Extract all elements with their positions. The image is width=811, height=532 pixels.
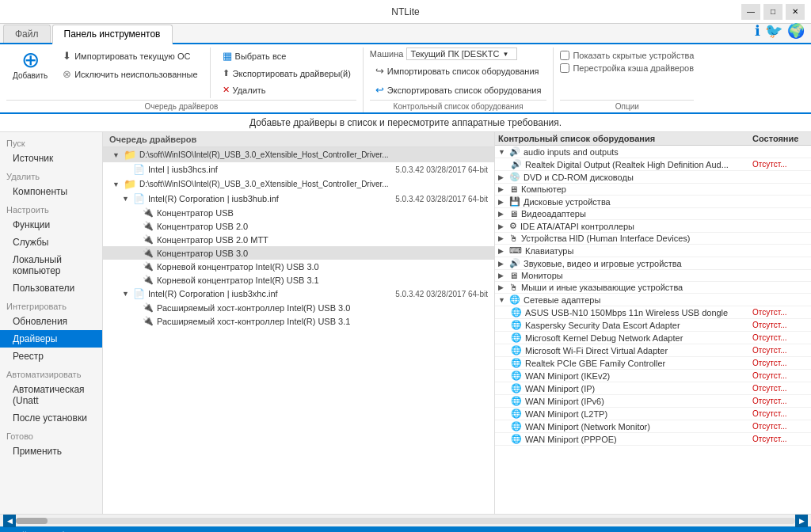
sidebar-item-apply[interactable]: Применить xyxy=(0,443,102,460)
expand-icon[interactable]: ▶ xyxy=(498,222,506,230)
expand-icon[interactable]: ▶ xyxy=(498,247,506,255)
hw-row[interactable]: ▶ ⌨ Клавиатуры xyxy=(495,245,811,257)
tab-bar: Файл Панель инструментов ℹ 🐦 🌍 xyxy=(0,24,811,44)
export-drivers-button[interactable]: ⬆ Экспортировать драйверы(й) xyxy=(217,66,356,81)
tree-row[interactable]: ▼ 📁 D:\soft\WinISO\Intel(R)_USB_3.0_eXte… xyxy=(103,177,494,192)
tree-row[interactable]: 🔌 Расширяемый хост-контроллер Intel(R) U… xyxy=(103,314,494,328)
tree-row[interactable]: 🔌 Корневой концентратор Intel(R) USB 3.1 xyxy=(103,273,494,287)
hw-row[interactable]: ▶ 💿 DVD и CD-ROM дисководы xyxy=(495,171,811,184)
scrollbar-track[interactable] xyxy=(16,518,795,524)
add-button[interactable]: ⊕ Добавить xyxy=(6,48,54,82)
hw-row[interactable]: 🌐Kaspersky Security Data Escort Adapter … xyxy=(495,319,811,332)
expand-icon[interactable]: ▼ xyxy=(498,148,506,156)
file-icon: 📄 xyxy=(133,288,145,299)
globe-icon[interactable]: 🌍 xyxy=(787,22,805,40)
twitter-icon[interactable]: 🐦 xyxy=(765,22,782,40)
delete-button[interactable]: ✕ Удалить xyxy=(217,82,356,97)
tree-row[interactable]: 🔌 Корневой концентратор Intel(R) USB 3.0 xyxy=(103,260,494,273)
tree-row[interactable]: 🔌 Расширяемый хост-контроллер Intel(R) U… xyxy=(103,301,494,314)
sidebar-item-drivers[interactable]: Драйверы xyxy=(0,330,102,348)
sidebar-item-unattended[interactable]: Автоматическая (Unatt xyxy=(0,381,102,409)
info-icon[interactable]: ℹ xyxy=(755,22,760,40)
tree-row[interactable]: 🔌 Концентратор USB 3.0 xyxy=(103,246,494,260)
hw-row[interactable]: ▶ ⚙ IDE ATA/ATAPI контроллеры xyxy=(495,220,811,233)
hw-row[interactable]: 🌐Realtek PCIe GBE Family Controller Отсу… xyxy=(495,357,811,370)
hw-row[interactable]: ▼ 🔊 audio inputs and outputs xyxy=(495,146,811,158)
hw-row[interactable]: ▼ 🌐 Сетевые адаптеры xyxy=(495,294,811,306)
expand-icon[interactable]: ▼ xyxy=(122,195,130,203)
hw-row[interactable]: 🌐WAN Miniport (IP) Отсутст... xyxy=(495,382,811,395)
import-list-button[interactable]: ↪ Импортировать список оборудования xyxy=(370,63,547,79)
maximize-button[interactable]: □ xyxy=(763,4,782,20)
scroll-right-button[interactable]: ▶ xyxy=(795,515,808,527)
expand-icon[interactable]: ▼ xyxy=(112,180,120,188)
usb-icon: 🔌 xyxy=(143,316,154,326)
minimize-button[interactable]: — xyxy=(741,4,760,20)
sidebar-item-registry[interactable]: Реестр xyxy=(0,348,102,365)
hw-row[interactable]: 🌐Microsoft Kernel Debug Network Adapter … xyxy=(495,332,811,344)
expand-icon[interactable]: ▶ xyxy=(498,260,506,268)
expand-icon[interactable]: ▼ xyxy=(112,151,120,159)
select-all-button[interactable]: ▦ Выбрать все xyxy=(217,48,356,64)
tree-row[interactable]: 🔌 Концентратор USB 2.0 MTT xyxy=(103,233,494,246)
device-icon: 🔊 xyxy=(509,146,520,157)
machine-label: Машина xyxy=(370,49,404,59)
rebuild-cache-checkbox[interactable] xyxy=(560,63,569,73)
export-list-button[interactable]: ↩ Экспортировать список оборудования xyxy=(370,82,547,98)
hw-row[interactable]: ▶ 🖥 Видеоадаптеры xyxy=(495,208,811,220)
expand-icon[interactable]: ▶ xyxy=(498,234,506,242)
expand-icon[interactable]: ▶ xyxy=(498,210,506,218)
tree-row[interactable]: ▼ 📄 Intel(R) Corporation | iusb3hub.inf … xyxy=(103,192,494,206)
tree-row[interactable]: 📄 Intel | iusb3hcs.inf 5.0.3.42 03/28/20… xyxy=(103,162,494,177)
tree-row[interactable]: ▼ 📄 Intel(R) Corporation | iusb3xhc.inf … xyxy=(103,287,494,301)
hw-row[interactable]: ▶ 🖱 Мыши и иные указывающие устройства xyxy=(495,282,811,294)
hw-row[interactable]: ▶ 💾 Дисковые устройства xyxy=(495,196,811,208)
import-os-button[interactable]: ⬇ Импортировать текущую ОС xyxy=(57,48,203,64)
hw-row[interactable]: 🌐WAN Miniport (L2TP) Отсутст... xyxy=(495,408,811,420)
hw-row[interactable]: 🌐WAN Miniport (IKEv2) Отсутст... xyxy=(495,370,811,382)
machine-dropdown[interactable]: Текущий ПК [DESKTC ▼ xyxy=(406,48,517,60)
hw-row[interactable]: ▶ 🖥 Мониторы xyxy=(495,270,811,282)
hw-row[interactable]: 🔊 Realtek Digital Output (Realtek High D… xyxy=(495,158,811,171)
expand-icon[interactable]: ▶ xyxy=(498,283,506,291)
tree-row[interactable]: ▼ 📁 D:\soft\WinISO\Intel(R)_USB_3.0_eXte… xyxy=(103,147,494,162)
hw-col-header: Контрольный список оборудования Состояни… xyxy=(495,132,811,146)
hw-row[interactable]: 🌐WAN Miniport (PPPOE) Отсутст... xyxy=(495,433,811,446)
sidebar-item-postinstall[interactable]: После установки xyxy=(0,409,102,427)
hw-row[interactable]: ▶ 🔊 Звуковые, видео и игровые устройства xyxy=(495,257,811,270)
tab-toolbar[interactable]: Панель инструментов xyxy=(52,25,173,44)
hw-row[interactable]: 🌐WAN Miniport (Network Monitor) Отсутст.… xyxy=(495,420,811,433)
hw-row[interactable]: ▶ 🖱 Устройства HID (Human Interface Devi… xyxy=(495,233,811,245)
scroll-left-button[interactable]: ◀ xyxy=(3,515,16,527)
sidebar-item-functions[interactable]: Функции xyxy=(0,216,102,234)
sidebar-item-source[interactable]: Источник xyxy=(0,150,102,167)
hw-row[interactable]: ▶ 🖥 Компьютер xyxy=(495,184,811,196)
expand-icon[interactable]: ▶ xyxy=(498,185,506,193)
hw-row[interactable]: 🌐Microsoft Wi-Fi Direct Virtual Adapter … xyxy=(495,344,811,357)
sidebar-item-services[interactable]: Службы xyxy=(0,234,102,251)
expand-icon[interactable]: ▶ xyxy=(498,272,506,279)
exclude-icon: ⊗ xyxy=(63,68,71,80)
expand-icon[interactable]: ▶ xyxy=(498,173,506,181)
sidebar-item-local-computer[interactable]: Локальный компьютер xyxy=(0,251,102,279)
sidebar-item-users[interactable]: Пользователи xyxy=(0,279,102,297)
tree-row[interactable]: 🔌 Концентратор USB xyxy=(103,206,494,219)
tab-file[interactable]: Файл xyxy=(3,25,51,43)
tree-row[interactable]: 🔌 Концентратор USB 2.0 xyxy=(103,219,494,233)
hw-row[interactable]: 🌐WAN Miniport (IPv6) Отсутст... xyxy=(495,395,811,408)
show-hidden-checkbox[interactable] xyxy=(560,51,569,60)
device-icon: 🌐 xyxy=(509,294,520,305)
expand-icon[interactable]: ▶ xyxy=(498,198,506,206)
sidebar-item-updates[interactable]: Обновления xyxy=(0,313,102,330)
hw-list[interactable]: ▼ 🔊 audio inputs and outputs 🔊 Realtek D… xyxy=(495,146,811,514)
scrollbar-area[interactable]: ◀ ▶ xyxy=(0,514,811,526)
hw-row[interactable]: 🌐ASUS USB-N10 150Mbps 11n Wireless USB d… xyxy=(495,306,811,319)
expand-icon[interactable]: ▼ xyxy=(122,290,130,298)
exclude-button[interactable]: ⊗ Исключить неиспользованные xyxy=(57,66,203,82)
sidebar-item-components[interactable]: Компоненты xyxy=(0,183,102,200)
scrollbar-thumb[interactable] xyxy=(16,518,48,524)
close-button[interactable]: ✕ xyxy=(786,4,805,20)
window-controls[interactable]: — □ ✕ xyxy=(741,4,805,20)
drivers-tree-view[interactable]: ▼ 📁 D:\soft\WinISO\Intel(R)_USB_3.0_eXte… xyxy=(103,147,494,514)
expand-icon[interactable]: ▼ xyxy=(498,296,506,304)
